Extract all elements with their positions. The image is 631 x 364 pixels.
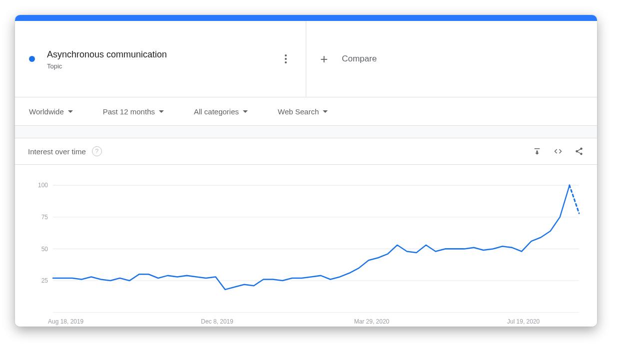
comparison-row: Asynchronous communication Topic + Compa… bbox=[15, 21, 597, 97]
svg-text:50: 50 bbox=[41, 245, 48, 253]
embed-icon[interactable] bbox=[553, 146, 563, 156]
filter-category[interactable]: All categories bbox=[194, 107, 248, 116]
kebab-dot-icon bbox=[285, 61, 287, 63]
svg-text:75: 75 bbox=[41, 214, 48, 221]
svg-text:100: 100 bbox=[38, 182, 48, 189]
chevron-down-icon bbox=[323, 110, 328, 113]
topic-title: Asynchronous communication bbox=[47, 48, 167, 60]
topic-card[interactable]: Asynchronous communication Topic bbox=[15, 21, 306, 97]
filter-region-label: Worldwide bbox=[29, 107, 64, 116]
svg-text:Mar 29, 2020: Mar 29, 2020 bbox=[354, 318, 390, 325]
filter-bar: Worldwide Past 12 months All categories … bbox=[15, 97, 597, 126]
topic-menu-button[interactable] bbox=[280, 53, 292, 65]
chevron-down-icon bbox=[68, 110, 73, 113]
line-chart: 255075100Aug 18, 2019Dec 8, 2019Mar 29, … bbox=[28, 180, 584, 327]
add-comparison-button[interactable]: + Compare bbox=[306, 21, 597, 97]
download-icon[interactable] bbox=[532, 146, 542, 156]
filter-search-type[interactable]: Web Search bbox=[278, 107, 328, 116]
chart-area: 255075100Aug 18, 2019Dec 8, 2019Mar 29, … bbox=[15, 165, 597, 327]
chevron-down-icon bbox=[159, 110, 164, 113]
topic-text: Asynchronous communication Topic bbox=[47, 48, 167, 70]
card-title-wrap: Interest over time ? bbox=[28, 146, 102, 156]
kebab-dot-icon bbox=[285, 58, 287, 60]
svg-text:Aug 18, 2019: Aug 18, 2019 bbox=[48, 318, 83, 325]
svg-text:Jul 19, 2020: Jul 19, 2020 bbox=[507, 318, 540, 325]
compare-label: Compare bbox=[342, 54, 377, 64]
plus-icon: + bbox=[320, 52, 328, 65]
filter-time-label: Past 12 months bbox=[103, 107, 155, 116]
interest-over-time-card: Interest over time ? 255075100Aug 18, 20… bbox=[15, 138, 597, 327]
topic-subtitle: Topic bbox=[47, 62, 167, 70]
kebab-dot-icon bbox=[285, 54, 287, 56]
chevron-down-icon bbox=[243, 110, 248, 113]
filter-search-type-label: Web Search bbox=[278, 107, 319, 116]
card-actions bbox=[532, 146, 584, 156]
header-accent-bar bbox=[15, 15, 597, 21]
filter-region[interactable]: Worldwide bbox=[29, 107, 73, 116]
series-color-dot bbox=[29, 56, 35, 62]
svg-text:Dec 8, 2019: Dec 8, 2019 bbox=[201, 318, 233, 325]
card-title: Interest over time bbox=[28, 147, 86, 156]
filter-category-label: All categories bbox=[194, 107, 239, 116]
share-icon[interactable] bbox=[574, 146, 584, 156]
window-frame: Asynchronous communication Topic + Compa… bbox=[15, 15, 597, 327]
section-gap bbox=[15, 126, 597, 138]
svg-text:25: 25 bbox=[41, 277, 48, 285]
help-icon[interactable]: ? bbox=[92, 146, 102, 156]
filter-time[interactable]: Past 12 months bbox=[103, 107, 164, 116]
card-header: Interest over time ? bbox=[15, 138, 597, 165]
